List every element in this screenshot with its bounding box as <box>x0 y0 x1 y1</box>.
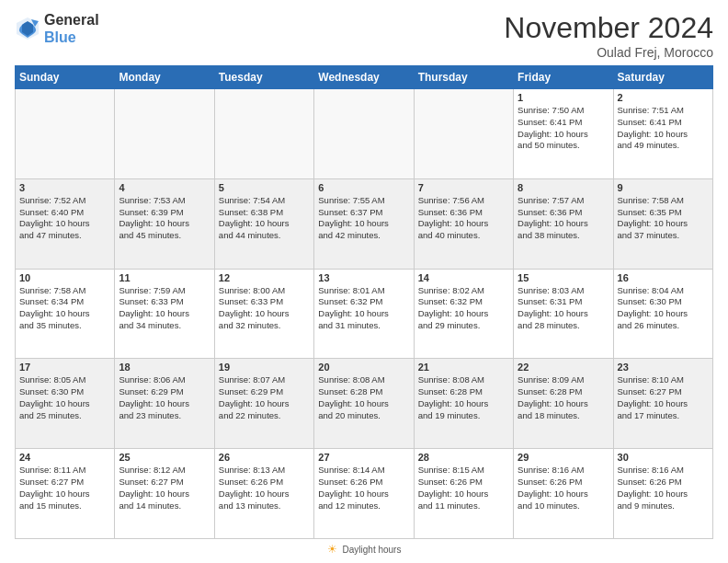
day-number: 8 <box>518 182 609 193</box>
day-info: Sunrise: 8:01 AM <box>318 285 409 297</box>
day-info: Sunrise: 7:57 AM <box>518 195 609 207</box>
day-info: and 17 minutes. <box>618 410 709 422</box>
day-number: 15 <box>518 272 609 283</box>
day-info: and 25 minutes. <box>19 410 110 422</box>
day-info: Daylight: 10 hours <box>318 398 409 410</box>
legend: ☀ Daylight hours <box>15 543 713 556</box>
day-info: Sunset: 6:26 PM <box>518 477 609 488</box>
day-number: 17 <box>19 362 110 373</box>
day-info: Daylight: 10 hours <box>318 488 409 500</box>
day-number: 19 <box>219 362 310 373</box>
day-number: 20 <box>318 362 409 373</box>
day-info: Sunrise: 7:54 AM <box>219 195 310 207</box>
calendar-cell: 26Sunrise: 8:13 AMSunset: 6:26 PMDayligh… <box>214 449 313 539</box>
day-number: 4 <box>119 182 210 193</box>
day-info: Daylight: 10 hours <box>19 488 110 500</box>
calendar-cell: 8Sunrise: 7:57 AMSunset: 6:36 PMDaylight… <box>514 178 613 269</box>
calendar-cell: 20Sunrise: 8:08 AMSunset: 6:28 PMDayligh… <box>314 359 414 449</box>
day-info: and 18 minutes. <box>518 410 609 422</box>
day-info: Daylight: 10 hours <box>618 129 709 141</box>
calendar-cell: 22Sunrise: 8:09 AMSunset: 6:28 PMDayligh… <box>514 359 613 449</box>
calendar-cell: 4Sunrise: 7:53 AMSunset: 6:39 PMDaylight… <box>115 178 214 269</box>
day-info: and 22 minutes. <box>219 410 310 422</box>
col-thursday: Thursday <box>414 66 513 89</box>
day-info: Sunrise: 8:10 AM <box>618 374 709 386</box>
day-number: 9 <box>618 182 709 193</box>
day-info: Daylight: 10 hours <box>219 308 310 320</box>
day-info: and 35 minutes. <box>19 320 110 332</box>
calendar-cell: 1Sunrise: 7:50 AMSunset: 6:41 PMDaylight… <box>514 89 613 179</box>
day-info: Sunrise: 8:14 AM <box>318 465 409 477</box>
day-number: 3 <box>19 182 110 193</box>
day-info: Daylight: 10 hours <box>119 308 210 320</box>
day-info: and 29 minutes. <box>418 320 509 332</box>
day-info: Sunset: 6:31 PM <box>518 296 609 308</box>
day-info: Sunrise: 8:15 AM <box>418 465 509 477</box>
calendar-cell <box>214 89 313 179</box>
day-number: 13 <box>318 272 409 283</box>
day-info: Sunrise: 7:50 AM <box>518 105 609 117</box>
day-info: Sunrise: 8:11 AM <box>19 465 110 477</box>
day-info: Sunset: 6:28 PM <box>518 386 609 398</box>
day-info: Daylight: 10 hours <box>418 488 509 500</box>
logo: General Blue <box>15 11 99 46</box>
calendar-cell <box>16 89 115 179</box>
day-info: Daylight: 10 hours <box>19 308 110 320</box>
calendar-cell: 9Sunrise: 7:58 AMSunset: 6:35 PMDaylight… <box>613 178 712 269</box>
day-info: Daylight: 10 hours <box>418 398 509 410</box>
col-saturday: Saturday <box>613 66 712 89</box>
day-info: Sunrise: 8:02 AM <box>418 285 509 297</box>
calendar-cell: 3Sunrise: 7:52 AMSunset: 6:40 PMDaylight… <box>16 178 115 269</box>
day-number: 29 <box>518 452 609 463</box>
day-info: and 13 minutes. <box>219 500 310 512</box>
month-title: November 2024 <box>504 11 713 45</box>
day-number: 1 <box>518 92 609 103</box>
calendar-cell: 29Sunrise: 8:16 AMSunset: 6:26 PMDayligh… <box>514 449 613 539</box>
day-info: Sunrise: 7:56 AM <box>418 195 509 207</box>
day-info: Sunset: 6:29 PM <box>119 386 210 398</box>
calendar-cell: 16Sunrise: 8:04 AMSunset: 6:30 PMDayligh… <box>613 269 712 359</box>
day-info: Daylight: 10 hours <box>518 129 609 141</box>
day-info: and 50 minutes. <box>518 140 609 152</box>
day-info: and 37 minutes. <box>618 230 709 242</box>
day-info: Sunset: 6:29 PM <box>219 386 310 398</box>
day-number: 11 <box>119 272 210 283</box>
sun-icon: ☀ <box>327 543 337 556</box>
day-info: Sunset: 6:26 PM <box>618 477 709 488</box>
day-number: 27 <box>318 452 409 463</box>
header: General Blue November 2024 Oulad Frej, M… <box>15 11 713 60</box>
day-info: Daylight: 10 hours <box>219 218 310 230</box>
calendar-cell: 24Sunrise: 8:11 AMSunset: 6:27 PMDayligh… <box>16 449 115 539</box>
day-info: Sunset: 6:28 PM <box>418 386 509 398</box>
calendar-cell <box>414 89 513 179</box>
day-info: Daylight: 10 hours <box>318 218 409 230</box>
day-number: 28 <box>418 452 509 463</box>
calendar-header-row: Sunday Monday Tuesday Wednesday Thursday… <box>16 66 713 89</box>
day-info: and 19 minutes. <box>418 410 509 422</box>
day-info: Sunrise: 8:12 AM <box>119 465 210 477</box>
day-info: Sunset: 6:32 PM <box>318 296 409 308</box>
calendar-cell: 25Sunrise: 8:12 AMSunset: 6:27 PMDayligh… <box>115 449 214 539</box>
day-number: 5 <box>219 182 310 193</box>
day-info: Sunset: 6:27 PM <box>119 477 210 488</box>
calendar-cell: 19Sunrise: 8:07 AMSunset: 6:29 PMDayligh… <box>214 359 313 449</box>
day-info: and 12 minutes. <box>318 500 409 512</box>
day-info: and 11 minutes. <box>418 500 509 512</box>
calendar-week-3: 17Sunrise: 8:05 AMSunset: 6:30 PMDayligh… <box>16 359 713 449</box>
day-info: Sunrise: 8:08 AM <box>318 374 409 386</box>
day-info: Sunset: 6:38 PM <box>219 207 310 219</box>
day-info: Sunset: 6:30 PM <box>19 386 110 398</box>
calendar-cell: 15Sunrise: 8:03 AMSunset: 6:31 PMDayligh… <box>514 269 613 359</box>
day-info: Sunrise: 8:03 AM <box>518 285 609 297</box>
calendar-week-4: 24Sunrise: 8:11 AMSunset: 6:27 PMDayligh… <box>16 449 713 539</box>
title-block: November 2024 Oulad Frej, Morocco <box>504 11 713 60</box>
calendar-week-0: 1Sunrise: 7:50 AMSunset: 6:41 PMDaylight… <box>16 89 713 179</box>
day-info: and 38 minutes. <box>518 230 609 242</box>
day-info: Sunset: 6:30 PM <box>618 296 709 308</box>
day-info: Sunrise: 7:53 AM <box>119 195 210 207</box>
calendar-cell: 2Sunrise: 7:51 AMSunset: 6:41 PMDaylight… <box>613 89 712 179</box>
calendar-cell: 7Sunrise: 7:56 AMSunset: 6:36 PMDaylight… <box>414 178 513 269</box>
day-number: 16 <box>618 272 709 283</box>
day-info: Daylight: 10 hours <box>518 218 609 230</box>
calendar-cell: 12Sunrise: 8:00 AMSunset: 6:33 PMDayligh… <box>214 269 313 359</box>
